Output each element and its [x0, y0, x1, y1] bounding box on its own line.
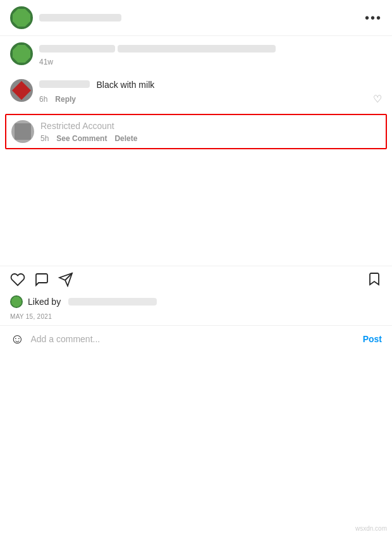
comment-item-2: Black with milk 6h Reply ♡ — [0, 73, 392, 111]
comment-body-1: 41w — [39, 42, 382, 66]
liked-by-avatar[interactable] — [10, 295, 23, 308]
commenter-name-blurred-1 — [39, 45, 115, 52]
comment-body-2: Black with milk 6h Reply ♡ — [39, 79, 382, 105]
share-button[interactable] — [58, 272, 73, 290]
spacer — [0, 152, 392, 266]
comment-input[interactable] — [30, 334, 356, 344]
liked-by-row: Liked by — [0, 295, 392, 312]
emoji-icon[interactable]: ☺ — [10, 331, 24, 347]
restricted-name: Restricted Account — [40, 120, 381, 132]
post-author-avatar[interactable] — [10, 6, 33, 29]
more-options-button[interactable]: ••• — [365, 11, 382, 25]
commenter-avatar-2[interactable] — [10, 79, 33, 102]
action-icons-left — [10, 272, 73, 290]
reply-button-2[interactable]: Reply — [55, 95, 76, 104]
like-button[interactable] — [10, 272, 25, 290]
comment-time-1: 41w — [39, 58, 53, 66]
comment-line-1 — [39, 42, 382, 55]
post-date: MAY 15, 2021 — [0, 312, 392, 325]
post-author-name-blurred — [39, 14, 121, 22]
comment-line-2: Black with milk — [39, 79, 382, 90]
comment-meta-1: 41w — [39, 58, 382, 66]
comment-button[interactable] — [34, 272, 49, 290]
restricted-avatar[interactable] — [11, 120, 34, 143]
restricted-body: Restricted Account 5h See Comment Delete — [40, 120, 381, 143]
bookmark-button[interactable] — [367, 271, 382, 290]
post-header: ••• — [0, 0, 392, 36]
comment-text-2: Black with milk — [96, 80, 154, 90]
restricted-account-label: Restricted Account — [40, 121, 114, 131]
comment-item: 41w — [0, 36, 392, 73]
action-bar — [0, 266, 392, 295]
commenter-avatar-1[interactable] — [10, 42, 33, 65]
comment-meta-2: 6h Reply ♡ — [39, 93, 382, 105]
commenter-name-blurred-2 — [39, 80, 90, 88]
post-comment-button[interactable]: Post — [363, 334, 382, 344]
restricted-account-box: Restricted Account 5h See Comment Delete — [5, 114, 387, 149]
liked-by-name-blurred — [68, 298, 157, 306]
restricted-time: 5h — [40, 134, 49, 143]
post-header-left — [10, 6, 121, 29]
watermark: wsxdn.com — [355, 525, 387, 532]
comment-input-row: ☺ Post — [0, 325, 392, 352]
comment-time-2: 6h — [39, 95, 47, 104]
restricted-meta: 5h See Comment Delete — [40, 134, 381, 143]
delete-button[interactable]: Delete — [114, 134, 137, 143]
liked-by-text: Liked by — [28, 297, 61, 307]
see-comment-button[interactable]: See Comment — [56, 134, 107, 143]
comment-text-blurred-1 — [118, 45, 276, 52]
comment-like-icon-2[interactable]: ♡ — [373, 93, 382, 105]
